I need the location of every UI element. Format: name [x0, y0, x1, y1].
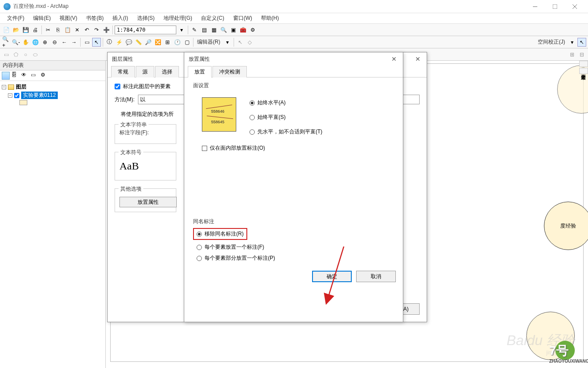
add-data-icon[interactable]: ➕: [102, 26, 111, 34]
radio-icon[interactable]: [249, 129, 255, 135]
menu-insert[interactable]: 插入(I): [109, 14, 131, 23]
scale-input[interactable]: [115, 26, 176, 34]
tab-source[interactable]: 源: [136, 66, 154, 77]
checkbox[interactable]: [115, 84, 120, 89]
zoom-out-icon[interactable]: 🔍-: [11, 38, 20, 47]
pan-icon[interactable]: ✋: [21, 38, 30, 47]
menu-geoprocessing[interactable]: 地理处理(G): [160, 14, 196, 23]
menu-customize[interactable]: 自定义(C): [197, 14, 228, 23]
collapse-icon[interactable]: −: [2, 85, 6, 89]
close-button[interactable]: [565, 0, 584, 13]
edit-tool-icon[interactable]: ↖: [236, 38, 245, 47]
polygon-icon[interactable]: ⬠: [11, 50, 20, 59]
options-icon[interactable]: ⚙: [41, 72, 48, 80]
radio-icon[interactable]: [197, 245, 202, 250]
create-features-tab[interactable]: 创建要素: [579, 68, 588, 74]
tab-general[interactable]: 常规: [111, 66, 135, 77]
cut-icon[interactable]: ✂: [44, 26, 52, 34]
layer-name[interactable]: 实验要素0112: [21, 92, 58, 99]
georef-icon[interactable]: ⊟: [577, 50, 586, 59]
catalog-tab[interactable]: 目录: [579, 61, 588, 67]
maximize-button[interactable]: [545, 0, 565, 13]
georef-icon[interactable]: ⊞: [568, 50, 577, 59]
find-route-icon[interactable]: 🔀: [153, 38, 162, 47]
menu-window[interactable]: 窗口(W): [230, 14, 256, 23]
search-icon[interactable]: 🔍: [219, 26, 228, 34]
close-icon[interactable]: ✕: [413, 55, 422, 63]
dropdown-icon[interactable]: ▾: [177, 26, 186, 34]
delete-icon[interactable]: ✕: [73, 26, 82, 34]
dropdown-icon[interactable]: ▾: [568, 38, 577, 47]
tab-placement[interactable]: 放置: [188, 66, 212, 77]
catalog-icon[interactable]: ▦: [209, 26, 218, 34]
minimize-button[interactable]: [525, 0, 545, 13]
select-elements-icon[interactable]: ↖: [92, 38, 101, 47]
radio-per-part[interactable]: 每个要素部分放置一个标注(P): [197, 254, 394, 262]
create-viewer-icon[interactable]: ▢: [182, 38, 191, 47]
list-by-selection-icon[interactable]: ▭: [31, 72, 39, 80]
find-icon[interactable]: 🔎: [144, 38, 153, 47]
inside-only-checkbox[interactable]: 仅在面内部放置标注(O): [202, 144, 394, 152]
fixed-zoom-in-icon[interactable]: ⊕: [41, 38, 49, 47]
menu-file[interactable]: 文件(F): [4, 14, 28, 23]
menu-help[interactable]: 帮助(H): [257, 14, 283, 23]
radio-icon[interactable]: [249, 115, 255, 120]
radio-per-feature[interactable]: 每个要素放置一个标注(F): [197, 243, 394, 251]
placement-properties-button[interactable]: 放置属性: [119, 197, 177, 207]
full-extent-icon[interactable]: 🌐: [31, 38, 40, 47]
ellipse-icon[interactable]: ⬭: [31, 50, 40, 59]
collapse-icon[interactable]: −: [8, 93, 12, 98]
radio-horizontal[interactable]: 始终水平(A): [249, 99, 322, 107]
tree-layer[interactable]: − 实验要素0112: [2, 91, 104, 99]
radio-icon[interactable]: [249, 100, 255, 106]
toc-icon[interactable]: ▤: [200, 26, 208, 34]
fixed-zoom-out-icon[interactable]: ⊖: [50, 38, 59, 47]
html-popup-icon[interactable]: 💬: [124, 38, 133, 47]
save-icon[interactable]: 💾: [21, 26, 30, 34]
identify-icon[interactable]: ⓘ: [105, 38, 114, 47]
hyperlink-icon[interactable]: ⚡: [115, 38, 123, 47]
pointer-icon[interactable]: ↖: [577, 38, 586, 47]
back-icon[interactable]: ←: [60, 38, 69, 47]
tab-conflict[interactable]: 冲突检测: [212, 66, 247, 77]
close-icon[interactable]: ✕: [390, 55, 398, 63]
list-by-visibility-icon[interactable]: 👁: [21, 72, 29, 80]
new-icon[interactable]: 📄: [2, 26, 11, 34]
cancel-button[interactable]: 取消: [356, 271, 396, 282]
menu-edit[interactable]: 编辑(E): [30, 14, 54, 23]
tree-root[interactable]: − 图层: [2, 83, 104, 91]
tree-symbol[interactable]: [2, 99, 104, 106]
go-to-xy-icon[interactable]: ⊞: [163, 38, 172, 47]
spatial-adjust-label[interactable]: 空间校正(J): [538, 38, 565, 46]
dialog-titlebar[interactable]: 放置属性 ✕: [184, 52, 403, 66]
print-icon[interactable]: 🖨: [31, 26, 40, 34]
editor-label[interactable]: 编辑器(R): [197, 38, 220, 46]
rectangle-icon[interactable]: ▭: [2, 50, 11, 59]
checkbox-icon[interactable]: [202, 146, 207, 151]
menu-bookmarks[interactable]: 书签(B): [82, 14, 107, 23]
list-by-drawing-icon[interactable]: [2, 72, 10, 80]
radio-remove-duplicates[interactable]: 移除同名标注(R): [197, 230, 244, 238]
measure-icon[interactable]: 📏: [134, 38, 143, 47]
radio-icon[interactable]: [197, 256, 202, 261]
circle-icon[interactable]: ○: [21, 50, 30, 59]
ok-button[interactable]: 确定: [312, 271, 352, 282]
copy-icon[interactable]: ⎘: [53, 26, 62, 34]
select-icon[interactable]: ▭: [82, 38, 91, 47]
undo-icon[interactable]: ↶: [82, 26, 91, 34]
tab-selection[interactable]: 选择: [155, 66, 179, 77]
redo-icon[interactable]: ↷: [92, 26, 101, 34]
symbol-swatch[interactable]: [19, 100, 27, 105]
paste-icon[interactable]: 📋: [63, 26, 72, 34]
edit-vertices-icon[interactable]: ◇: [246, 38, 254, 47]
python-icon[interactable]: ▣: [229, 26, 238, 34]
radio-try-horizontal[interactable]: 先水平，如不合适则平直(T): [249, 128, 322, 136]
radio-straight[interactable]: 始终平直(S): [249, 114, 322, 121]
time-slider-icon[interactable]: 🕐: [173, 38, 182, 47]
forward-icon[interactable]: →: [70, 38, 78, 47]
layer-visibility-checkbox[interactable]: [14, 93, 19, 98]
zoom-in-icon[interactable]: 🔍+: [2, 38, 11, 47]
toolbox-icon[interactable]: 🧰: [238, 26, 247, 34]
list-by-source-icon[interactable]: 🗄: [11, 72, 19, 80]
menu-selection[interactable]: 选择(S): [134, 14, 158, 23]
